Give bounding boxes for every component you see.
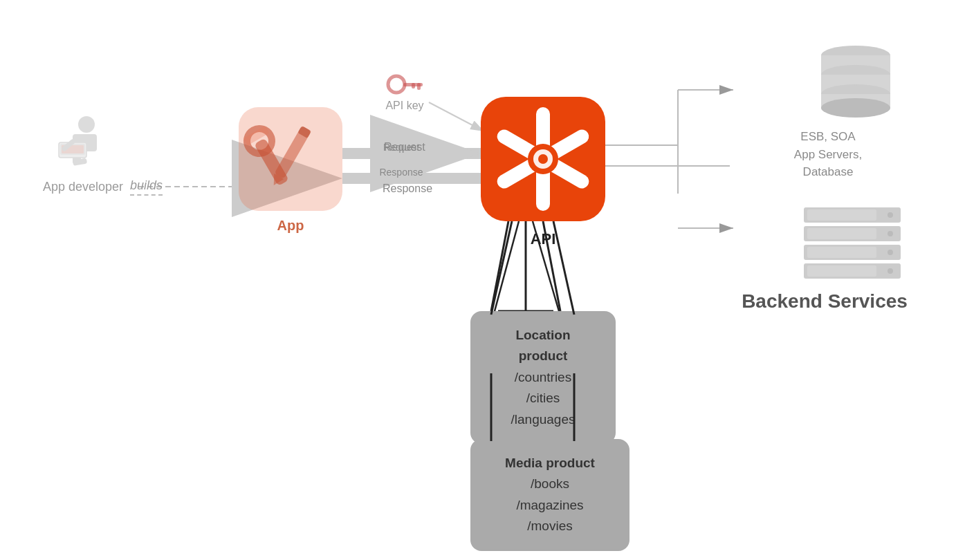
database-icon — [811, 38, 901, 121]
server-icon — [800, 204, 904, 287]
builds-label: builds — [130, 178, 163, 196]
location-product-title: Location product — [491, 325, 595, 367]
api-key-icon — [384, 69, 425, 97]
api-icon — [481, 97, 605, 221]
app-box — [239, 107, 342, 211]
svg-rect-61 — [807, 228, 876, 239]
app-developer-label: App developer — [43, 180, 123, 194]
svg-rect-39 — [417, 83, 421, 90]
app-icon — [239, 107, 342, 211]
svg-rect-67 — [807, 265, 876, 277]
app-label: App — [263, 218, 318, 234]
location-route-1: /countries — [491, 367, 595, 388]
svg-text:Response: Response — [379, 167, 423, 178]
media-product-title: Media product — [491, 453, 609, 474]
media-route-2: /magazines — [491, 495, 609, 516]
esb-soa-label: ESB, SOAApp Servers,Database — [742, 128, 914, 181]
developer-icon — [52, 111, 114, 173]
location-route-3: /languages — [491, 409, 595, 430]
svg-point-65 — [888, 250, 893, 255]
api-key-area: API key — [384, 69, 425, 112]
api-key-label: API key — [385, 100, 423, 112]
svg-point-23 — [78, 116, 95, 133]
svg-point-56 — [821, 98, 890, 118]
svg-point-62 — [888, 231, 893, 236]
diagram-container: Request Response — [0, 0, 956, 560]
media-route-3: /movies — [491, 516, 609, 536]
server-icon-area — [800, 204, 904, 290]
database-icon-area — [811, 38, 901, 124]
svg-point-49 — [538, 154, 548, 164]
location-route-2: /cities — [491, 388, 595, 409]
request-label: Request — [384, 141, 425, 153]
svg-point-59 — [888, 212, 893, 218]
location-product-box: Location product /countries /cities /lan… — [470, 311, 616, 444]
api-label: API — [512, 230, 574, 248]
app-developer: App developer — [28, 111, 138, 194]
svg-line-19 — [491, 221, 508, 311]
svg-point-68 — [888, 268, 893, 274]
svg-rect-40 — [412, 83, 415, 88]
svg-rect-64 — [807, 247, 876, 258]
backend-services-label: Backend Services — [735, 290, 914, 312]
svg-point-37 — [388, 76, 405, 93]
api-box — [481, 97, 605, 221]
svg-rect-58 — [807, 209, 876, 221]
svg-line-69 — [491, 221, 512, 315]
response-label: Response — [383, 183, 432, 195]
media-route-1: /books — [491, 474, 609, 494]
media-product-box: Media product /books /magazines /movies — [470, 439, 629, 551]
svg-line-4 — [429, 102, 484, 131]
